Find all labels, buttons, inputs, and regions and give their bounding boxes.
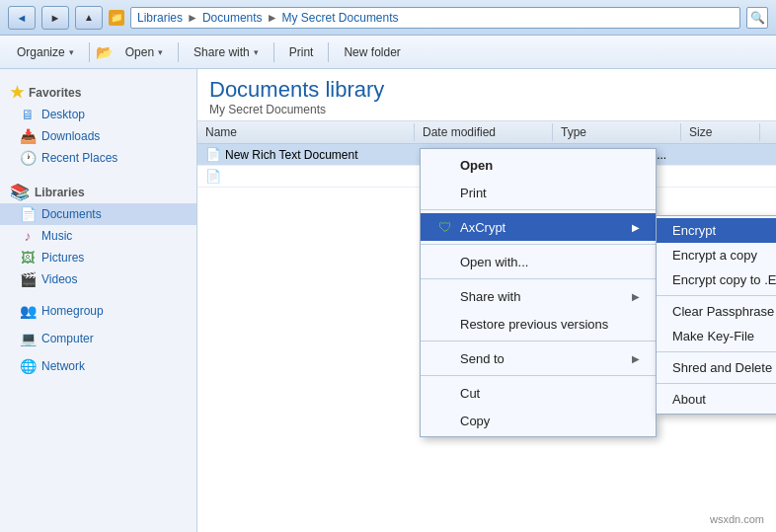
ctx-restore[interactable]: Restore previous versions: [421, 310, 656, 338]
print-button[interactable]: Print: [280, 41, 323, 63]
ctx-send-to[interactable]: Send to ▶: [421, 344, 656, 372]
spacer: [0, 290, 196, 300]
favorites-label: Favorites: [29, 86, 81, 100]
ctx-open-with[interactable]: Open with...: [421, 248, 656, 275]
open-with-icon: [436, 253, 454, 270]
star-icon: ★: [10, 83, 24, 102]
toolbar-sep-1: [89, 42, 90, 62]
downloads-label: Downloads: [41, 129, 100, 143]
sidebar-item-desktop[interactable]: 🖥 Desktop: [0, 104, 196, 125]
toolbar-sep-2: [178, 42, 179, 62]
file-list-header: Name Date modified Type Size: [197, 121, 776, 144]
computer-icon: 💻: [20, 331, 36, 346]
col-header-type[interactable]: Type: [553, 123, 681, 141]
sidebar-item-homegroup[interactable]: 👥 Homegroup: [0, 300, 196, 322]
ctx-open-with-label: Open with...: [460, 255, 528, 269]
ctx-copy[interactable]: Copy: [421, 407, 656, 434]
sidebar-item-pictures[interactable]: 🖼 Pictures: [0, 247, 196, 268]
sidebar-item-network[interactable]: 🌐 Network: [0, 355, 196, 377]
videos-icon: 🎬: [20, 271, 36, 287]
computer-label: Computer: [41, 332, 94, 345]
up-button[interactable]: ▲: [75, 6, 103, 30]
main-layout: ★ Favorites 🖥 Desktop 📥 Downloads 🕐 Rece…: [0, 69, 776, 532]
file-size-1: [681, 152, 760, 158]
folder-icon: 📁: [109, 10, 124, 26]
sub-sep-1: [657, 295, 776, 296]
ctx-print[interactable]: Print: [421, 179, 656, 206]
documents-icon: 📄: [20, 206, 36, 222]
share-dropdown-arrow: ▾: [254, 47, 259, 57]
sub-encrypt-label: Encrypt: [672, 223, 716, 238]
axcrypt-submenu: Encrypt Encrypt a copy Encrypt copy to .…: [656, 215, 776, 415]
sub-encrypt-copy-label: Encrypt a copy: [672, 248, 757, 263]
sub-encrypt-exe[interactable]: Encrypt copy to .EXE: [657, 267, 776, 292]
ctx-cut-label: Cut: [460, 386, 480, 401]
open-icon: 📂: [96, 44, 113, 60]
recent-icon: 🕐: [20, 150, 36, 166]
search-button[interactable]: 🔍: [746, 7, 768, 29]
sidebar-item-recent[interactable]: 🕐 Recent Places: [0, 147, 196, 169]
path-sep-1: ►: [187, 11, 198, 25]
ctx-print-label: Print: [460, 186, 487, 200]
address-bar: ◄ ► ▲ 📁 Libraries ► Documents ► My Secre…: [0, 0, 776, 36]
address-path[interactable]: Libraries ► Documents ► My Secret Docume…: [130, 7, 740, 29]
desktop-label: Desktop: [41, 108, 85, 121]
ctx-cut[interactable]: Cut: [421, 379, 656, 407]
pictures-icon: 🖼: [20, 250, 36, 266]
open-dropdown-arrow: ▾: [158, 47, 163, 57]
sidebar-item-music[interactable]: ♪ Music: [0, 225, 196, 247]
share-with-button[interactable]: Share with ▾: [185, 41, 268, 63]
sub-make-key[interactable]: Make Key-File: [657, 324, 776, 348]
sub-clear-label: Clear Passphrase Memory: [672, 304, 776, 319]
forward-button[interactable]: ►: [41, 6, 69, 30]
sub-encrypt-copy[interactable]: Encrypt a copy: [657, 243, 776, 267]
sub-shred[interactable]: Shred and Delete: [657, 355, 776, 380]
col-header-date[interactable]: Date modified: [415, 123, 553, 141]
open-ctx-icon: [436, 156, 454, 174]
cut-icon: [436, 384, 454, 402]
sub-about-label: About: [672, 392, 706, 407]
sidebar-item-videos[interactable]: 🎬 Videos: [0, 268, 196, 290]
restore-ctx-icon: [436, 315, 454, 333]
path-mysecret[interactable]: My Secret Documents: [282, 11, 399, 25]
path-documents[interactable]: Documents: [202, 11, 263, 25]
col-header-size[interactable]: Size: [681, 123, 760, 141]
libraries-icon: 📚: [10, 183, 30, 201]
new-folder-button[interactable]: New folder: [335, 41, 409, 63]
sub-clear-passphrase[interactable]: Clear Passphrase Memory: [657, 299, 776, 324]
network-label: Network: [41, 359, 85, 373]
ctx-axcrypt[interactable]: 🛡 AxCrypt ▶: [421, 213, 656, 241]
context-menu: Open Print 🛡 AxCrypt ▶: [420, 148, 657, 437]
organize-button[interactable]: Organize ▾: [8, 41, 83, 63]
sidebar-item-documents[interactable]: 📄 Documents: [0, 203, 196, 225]
ctx-share-with[interactable]: Share with ▶: [421, 282, 656, 310]
path-libraries[interactable]: Libraries: [137, 11, 183, 25]
share-arrow-icon: ▶: [632, 291, 640, 302]
send-to-arrow-icon: ▶: [632, 353, 640, 364]
back-button[interactable]: ◄: [8, 6, 36, 30]
file-size-2: [681, 174, 760, 180]
sub-encrypt-exe-label: Encrypt copy to .EXE: [672, 272, 776, 287]
col-header-name[interactable]: Name: [197, 123, 415, 141]
organize-label: Organize: [17, 45, 65, 59]
sidebar-item-downloads[interactable]: 📥 Downloads: [0, 125, 196, 147]
ctx-share-with-label: Share with: [460, 289, 520, 304]
downloads-icon: 📥: [20, 128, 36, 144]
share-with-label: Share with: [194, 45, 250, 59]
library-title: Documents library: [209, 77, 764, 103]
file-name-1: 📄 New Rich Text Document: [197, 144, 415, 165]
open-button[interactable]: Open ▾: [116, 41, 172, 63]
ctx-sep-5: [421, 375, 656, 376]
music-icon: ♪: [20, 228, 36, 244]
sub-make-key-label: Make Key-File: [672, 329, 754, 343]
send-to-icon: [436, 349, 454, 367]
sub-about[interactable]: About: [657, 387, 776, 412]
ctx-sep-2: [421, 244, 656, 245]
sidebar-item-computer[interactable]: 💻 Computer: [0, 328, 196, 349]
ctx-open[interactable]: Open: [421, 151, 656, 179]
print-label: Print: [289, 45, 314, 59]
desktop-icon: 🖥: [20, 107, 36, 122]
organize-dropdown-arrow: ▾: [69, 47, 74, 57]
sub-encrypt[interactable]: Encrypt: [657, 218, 776, 243]
ctx-sep-3: [421, 278, 656, 279]
